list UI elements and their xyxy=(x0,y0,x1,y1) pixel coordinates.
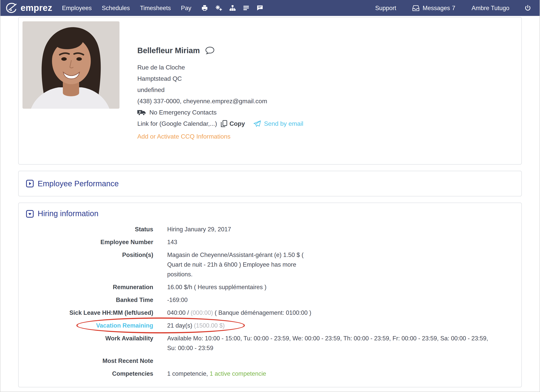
main-content: Bellefleur Miriam Rue de la Cloche Hampt… xyxy=(0,16,540,387)
address-line-2: Hamptstead QC xyxy=(137,73,303,84)
copy-button[interactable]: Copy xyxy=(221,118,245,129)
main-nav: Employees Schedules Timesheets Pay xyxy=(57,5,196,11)
employee-name: Bellefleur Miriam xyxy=(137,45,200,55)
address-line-3: undefined xyxy=(137,84,303,95)
gears-icon[interactable] xyxy=(211,5,226,11)
nav-item-messages[interactable]: Messages 7 xyxy=(405,5,464,11)
nav-item-employees[interactable]: Employees xyxy=(57,5,97,11)
chat-icon[interactable] xyxy=(253,5,267,11)
comment-bubble-icon[interactable] xyxy=(205,47,215,54)
nav-icon-group xyxy=(198,5,267,11)
row-positions: Position(s) Magasin de Cheyenne/Assistan… xyxy=(26,248,514,281)
row-vacation-remaining: Vacation Remaining 21 day(s) (1500.00 $) xyxy=(26,319,514,332)
competencies-value: 1 competencie, 1 active competencie xyxy=(167,369,514,378)
list-icon[interactable] xyxy=(239,5,253,11)
hiring-information-toggle[interactable]: Hiring information xyxy=(26,209,514,218)
messages-count: 7 xyxy=(452,5,455,11)
brand-name: emprez xyxy=(20,3,52,13)
hiring-information-title: Hiring information xyxy=(38,209,98,218)
top-navbar: emprez Employees Schedules Timesheets Pa… xyxy=(0,0,540,16)
paper-plane-icon xyxy=(254,120,261,127)
power-icon[interactable] xyxy=(518,5,533,11)
nav-item-support[interactable]: Support xyxy=(367,5,405,11)
row-most-recent-note: Most Recent Note xyxy=(26,354,514,367)
phone-email-line: (438) 337-0000, cheyenne.emprez@gmail.co… xyxy=(137,95,303,107)
messages-label: Messages xyxy=(423,5,450,11)
calendar-link-line: Link for (Google Calendar,...) Copy Send… xyxy=(137,118,303,129)
address-line-1: Rue de la Cloche xyxy=(137,62,303,73)
employee-performance-title: Employee Performance xyxy=(38,179,119,188)
copy-icon xyxy=(221,120,228,127)
nav-item-pay[interactable]: Pay xyxy=(176,5,196,11)
row-remuneration: Remuneration 16.00 $/h ( Heures suppléme… xyxy=(26,281,514,293)
inbox-icon xyxy=(413,5,420,11)
nav-right-group: Support Messages 7 Ambre Tutugo xyxy=(367,5,533,11)
calendar-link-label: Link for (Google Calendar,...) xyxy=(137,118,217,129)
row-sick-leave: Sick Leave HH:MM (left/used) 040:00 / (0… xyxy=(26,306,514,319)
hiring-information-card: Hiring information Status Hiring January… xyxy=(18,203,522,387)
vacation-remaining-value: 21 day(s) (1500.00 $) xyxy=(167,321,514,330)
employee-performance-card: Employee Performance xyxy=(18,171,522,196)
caret-square-right-icon xyxy=(26,180,34,187)
ccq-activate-link[interactable]: Add or Activate CCQ Informations xyxy=(137,131,230,142)
row-status: Status Hiring January 29, 2017 xyxy=(26,223,514,236)
caret-square-down-icon xyxy=(26,210,34,217)
ambulance-icon xyxy=(137,109,146,116)
employee-performance-toggle[interactable]: Employee Performance xyxy=(26,179,119,188)
brand-logo[interactable]: emprez xyxy=(5,2,52,14)
employee-photo xyxy=(22,21,120,109)
row-banked-time: Banked Time -169:00 xyxy=(26,293,514,306)
nav-item-user-menu[interactable]: Ambre Tutugo xyxy=(463,5,518,11)
page: emprez Employees Schedules Timesheets Pa… xyxy=(0,0,540,392)
send-by-email-link[interactable]: Send by email xyxy=(254,118,303,129)
printer-icon[interactable] xyxy=(198,5,211,11)
nav-item-schedules[interactable]: Schedules xyxy=(97,5,135,11)
employee-info-block: Bellefleur Miriam Rue de la Cloche Hampt… xyxy=(137,21,303,142)
nav-item-timesheets[interactable]: Timesheets xyxy=(135,5,176,11)
sick-leave-value: 040:00 / (000:00) ( Banque déménagement:… xyxy=(167,308,514,317)
row-employee-number: Employee Number 143 xyxy=(26,236,514,248)
emprez-logo-icon xyxy=(5,2,18,14)
active-competencie-link[interactable]: 1 active competencie xyxy=(210,370,266,377)
sitemap-icon[interactable] xyxy=(226,5,239,11)
vacation-remaining-link[interactable]: Vacation Remaining xyxy=(26,321,153,330)
employee-profile-card: Bellefleur Miriam Rue de la Cloche Hampt… xyxy=(18,17,522,165)
emergency-contacts-line: No Emergency Contacts xyxy=(137,107,303,118)
row-competencies: Competencies 1 competencie, 1 active com… xyxy=(26,367,514,380)
row-work-availability: Work Availability Available Mo: 10:00 - … xyxy=(26,332,514,354)
